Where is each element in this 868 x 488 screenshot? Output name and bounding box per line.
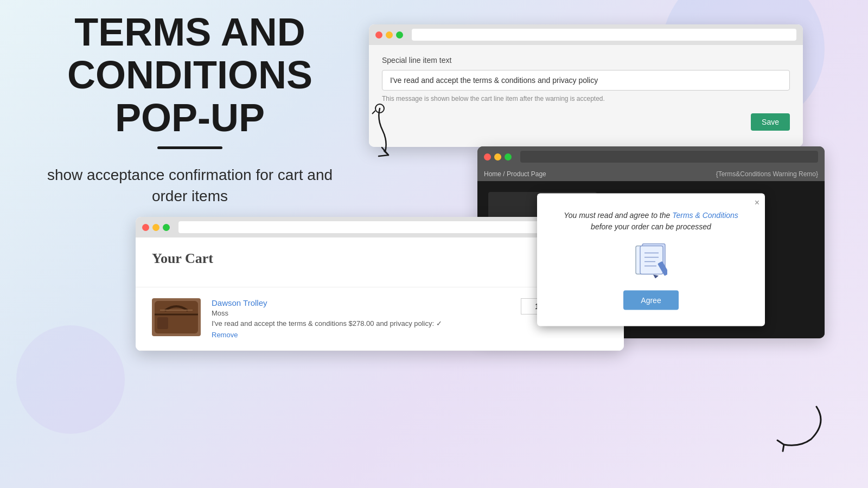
- arrow-2: [773, 401, 833, 455]
- header-title: {Terms&Conditions Warning Remo}: [716, 170, 818, 178]
- svg-rect-8: [640, 246, 663, 274]
- modal-close-button[interactable]: ×: [755, 198, 760, 208]
- svg-line-1: [372, 111, 375, 114]
- left-section: TERMS AND CONDITIONS POP-UP show accepta…: [33, 11, 347, 207]
- browser-titlebar-dark: [477, 146, 825, 167]
- main-title: TERMS AND CONDITIONS POP-UP: [33, 11, 347, 140]
- settings-text-input[interactable]: [382, 70, 790, 91]
- breadcrumb-home: Home: [484, 170, 501, 178]
- arrow-1: [363, 103, 418, 168]
- product-image: [152, 298, 201, 336]
- title-underline: [157, 146, 222, 149]
- breadcrumb-product: Product Page: [507, 170, 546, 178]
- svg-rect-18: [157, 317, 168, 329]
- dot-red-cart[interactable]: [142, 224, 149, 231]
- dot-red-dark[interactable]: [484, 153, 491, 160]
- dark-header-bar: Home / Product Page {Terms&Conditions Wa…: [477, 167, 825, 181]
- settings-field-label: Special line item text: [382, 56, 790, 65]
- terms-link[interactable]: Terms & Conditions: [672, 211, 738, 220]
- modal-document-icon: [559, 243, 743, 281]
- dot-yellow-dark[interactable]: [494, 153, 501, 160]
- item-acceptance-text: I've read and accept the terms & conditi…: [212, 319, 510, 328]
- modal-message: You must read and agree to the Terms & C…: [559, 210, 743, 233]
- dot-green-cart[interactable]: [163, 224, 170, 231]
- dot-red-settings[interactable]: [375, 31, 382, 38]
- terms-modal-popup: × You must read and agree to the Terms &…: [537, 194, 765, 326]
- item-variant: Moss: [212, 309, 510, 317]
- subtitle: show acceptance confirmation for cart an…: [33, 164, 347, 207]
- item-name[interactable]: Dawson Trolley: [212, 298, 510, 307]
- dot-yellow-cart[interactable]: [152, 224, 159, 231]
- bg-decoration-circle-2: [16, 325, 125, 434]
- browser-titlebar-settings: [369, 24, 803, 45]
- settings-browser-window: Special line item text This message is s…: [369, 24, 803, 147]
- remove-link[interactable]: Remove: [212, 331, 238, 339]
- save-button[interactable]: Save: [751, 113, 790, 131]
- dot-yellow-settings[interactable]: [386, 31, 393, 38]
- dot-green-settings[interactable]: [396, 31, 403, 38]
- settings-content: Special line item text This message is s…: [369, 45, 803, 147]
- settings-hint: This message is shown below the cart lin…: [382, 95, 790, 102]
- agree-button[interactable]: Agree: [623, 291, 678, 310]
- cart-item-details: Dawson Trolley Moss I've read and accept…: [212, 298, 510, 339]
- url-bar-dark[interactable]: [520, 151, 818, 163]
- url-bar-settings[interactable]: [412, 29, 796, 41]
- svg-marker-14: [653, 275, 659, 279]
- dot-green-dark[interactable]: [505, 153, 512, 160]
